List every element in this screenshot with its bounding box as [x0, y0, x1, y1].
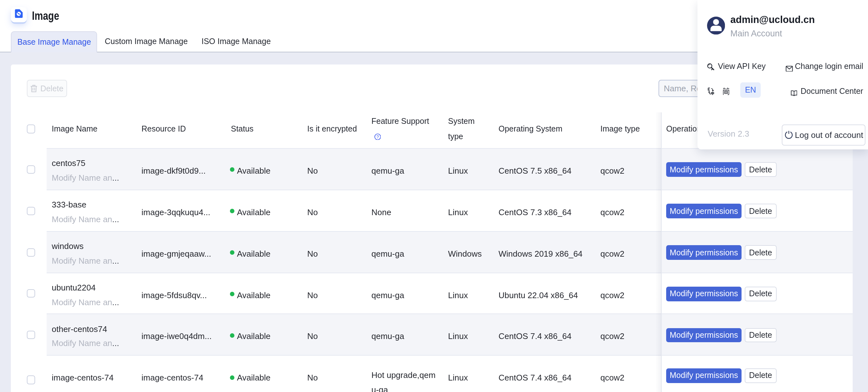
svg-text:?: ?	[376, 134, 379, 139]
